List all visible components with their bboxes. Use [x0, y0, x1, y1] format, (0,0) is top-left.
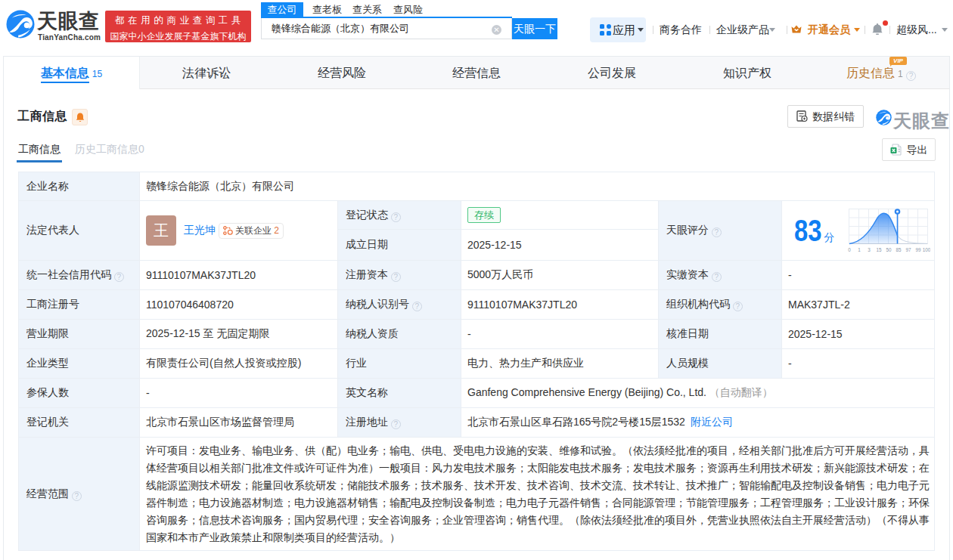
svg-text:50: 50	[886, 247, 892, 252]
svg-text:97: 97	[905, 247, 911, 252]
svg-text:100: 100	[923, 247, 930, 252]
svg-text:0: 0	[848, 247, 851, 252]
svg-text:1: 1	[858, 247, 861, 252]
svg-text:99: 99	[915, 247, 921, 252]
svg-text:15: 15	[876, 247, 882, 252]
svg-text:3: 3	[868, 247, 871, 252]
svg-text:85: 85	[896, 247, 902, 252]
